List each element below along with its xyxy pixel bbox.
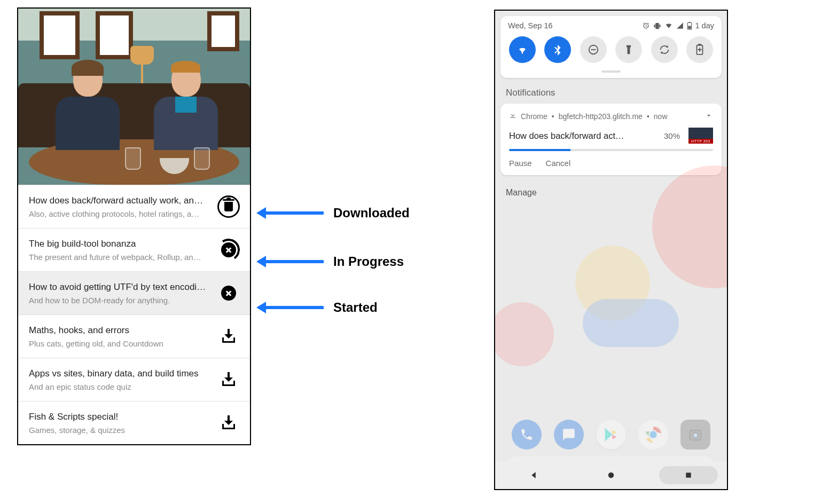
dnd-toggle[interactable] [580,36,607,63]
list-item[interactable]: How does back/forward actually work, an…… [18,185,250,228]
download-button[interactable] [217,368,240,391]
back-icon [529,470,538,480]
download-icon [221,415,236,430]
rotation-icon [659,44,670,56]
navigation-bar [495,461,727,489]
episode-title: How does back/forward actually work, an… [29,195,212,206]
cancel-button[interactable]: Cancel [546,159,571,168]
chevron-up-icon[interactable] [705,111,713,121]
status-bar: Wed, Sep 16 1 day [508,21,714,30]
drag-handle[interactable] [601,70,621,73]
progress-bar [509,149,713,151]
episode-title: Maths, hooks, and errors [29,325,212,336]
download-icon [509,112,516,121]
hero-thumbnail [18,9,250,185]
notification-app: Chrome [521,112,547,121]
download-button[interactable] [217,411,240,435]
bluetooth-icon [552,44,563,56]
svg-rect-7 [688,22,690,23]
svg-point-15 [608,472,614,478]
svg-rect-14 [510,117,515,118]
delete-download-button[interactable] [217,195,240,218]
nav-back[interactable] [504,466,563,484]
bluetooth-toggle[interactable] [544,36,571,63]
episode-title: The big build-tool bonanza [29,239,212,249]
battery-icon [687,22,692,30]
flashlight-toggle[interactable] [615,36,642,63]
alarm-icon [642,22,650,30]
download-button[interactable] [217,325,240,348]
wifi-icon [516,43,529,56]
episode-title: Apps vs sites, binary data, and build ti… [29,368,212,379]
notification-percent: 30% [664,131,680,140]
annotation-started: Started [265,300,378,315]
notification-thumbnail: HTTP 203 [688,128,713,144]
battery-saver-icon [695,44,704,56]
svg-point-9 [522,52,523,54]
trash-icon [217,195,240,218]
nav-recents[interactable] [659,466,718,484]
wifi-icon [664,22,673,29]
dnd-icon [588,44,599,56]
list-item[interactable]: Maths, hooks, and errors Plus cats, gett… [18,314,250,358]
nav-home[interactable] [582,466,640,484]
annotation-in-progress: In Progress [265,254,404,269]
home-screen-background: G [495,240,727,489]
pause-button[interactable]: Pause [509,159,532,168]
home-icon [606,470,616,480]
notification-source: bgfetch-http203.glitch.me [559,112,643,121]
wifi-toggle[interactable] [509,36,536,63]
list-item[interactable]: Fish & Scripts special! Games, storage, … [18,401,250,444]
notifications-heading: Notifications [506,88,716,98]
annotation-label: Downloaded [333,206,410,220]
battery-text: 1 day [695,21,714,30]
flashlight-icon [623,44,634,55]
download-icon [221,329,236,344]
rotation-toggle[interactable] [651,36,678,63]
cancel-download-button[interactable] [217,281,240,305]
episode-subtitle: The present and future of webpack, Rollu… [29,253,212,262]
episode-subtitle: Games, storage, & quizzes [29,426,212,435]
download-notification[interactable]: Chrome • bgfetch-http203.glitch.me • now… [500,104,722,175]
signal-icon [676,22,684,29]
vibrate-icon [653,22,661,30]
progress-icon [217,239,240,261]
annotation-label: Started [333,300,378,315]
svg-point-2 [649,431,656,438]
quick-settings-toggles [508,36,714,68]
play-store-app-icon[interactable] [596,420,626,450]
svg-rect-8 [688,26,691,29]
notification-title: How does back/forward act… [509,131,659,141]
episode-title: Fish & Scripts special! [29,412,212,422]
progress-fill [509,149,570,151]
recents-icon [684,471,693,479]
annotation-downloaded: Downloaded [265,206,410,220]
download-icon [221,372,236,387]
episode-subtitle: Also, active clothing protocols, hotel r… [29,209,212,218]
episode-subtitle: And how to be DOM-ready for anything. [29,296,212,305]
notification-time: now [654,112,668,121]
android-phone-screenshot: G Wed, Sep 16 1 day [494,10,728,490]
home-dock [495,420,727,450]
quick-settings-panel: Wed, Sep 16 1 day [500,16,722,78]
episode-list: How does back/forward actually work, an…… [18,185,250,444]
cancel-download-button[interactable] [217,238,240,262]
cancel-icon [221,286,236,301]
camera-app-icon[interactable] [680,420,710,450]
messages-app-icon[interactable] [554,420,584,450]
list-item[interactable]: The big build-tool bonanza The present a… [18,228,250,271]
svg-rect-16 [686,472,691,477]
battery-saver-toggle[interactable] [686,36,713,63]
list-item[interactable]: How to avoid getting UTF'd by text encod… [18,271,250,314]
app-podcast-list: How does back/forward actually work, an…… [17,7,251,445]
episode-subtitle: Plus cats, getting old, and Countdown [29,339,212,348]
list-item[interactable]: Apps vs sites, binary data, and build ti… [18,358,250,401]
chrome-app-icon[interactable] [638,420,668,450]
phone-app-icon[interactable] [512,420,542,450]
episode-title: How to avoid getting UTF'd by text encod… [29,282,212,293]
annotation-label: In Progress [333,254,404,269]
svg-rect-13 [698,44,701,45]
status-date: Wed, Sep 16 [508,21,553,30]
svg-point-4 [693,434,698,438]
episode-subtitle: And an epic status code quiz [29,382,212,391]
